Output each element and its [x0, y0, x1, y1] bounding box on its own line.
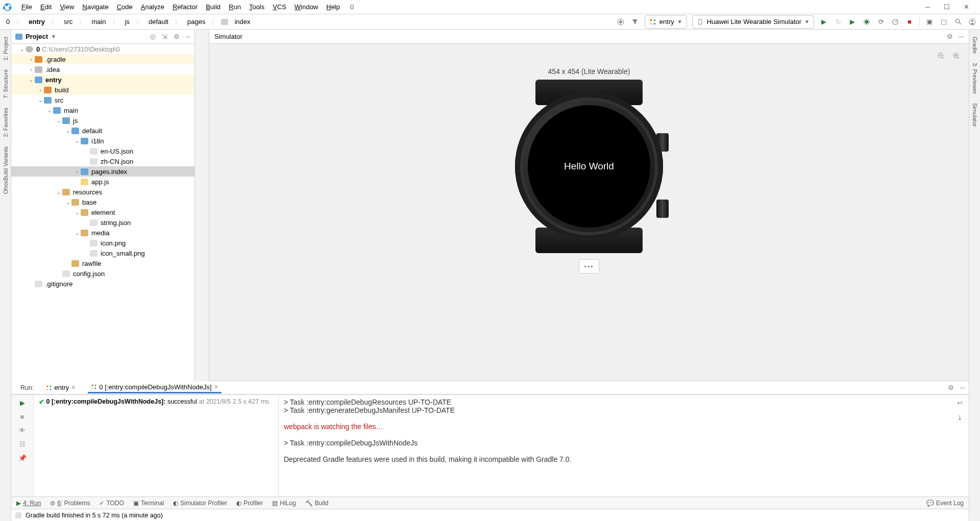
tree-node[interactable]: ⌄main: [11, 105, 194, 115]
tree-node[interactable]: ›.idea: [11, 64, 194, 75]
tree-node[interactable]: ⌄default: [11, 126, 194, 136]
gutter-tab-ohosbuild-variants[interactable]: OhosBuild Variants: [3, 143, 9, 197]
menu-run[interactable]: Run: [225, 1, 245, 13]
menu-code[interactable]: Code: [113, 1, 137, 13]
menu-edit[interactable]: Edit: [36, 1, 56, 13]
collapse-icon[interactable]: ⇲: [162, 33, 167, 40]
expand-icon[interactable]: ⌄: [46, 108, 53, 113]
gutter-tab-2-favorites[interactable]: 2: Favorites: [3, 105, 9, 140]
tool-tab-4-run[interactable]: ▶4: Run: [16, 500, 41, 507]
breadcrumb-seg[interactable]: js: [122, 17, 133, 27]
breadcrumb-seg[interactable]: 0: [3, 17, 13, 27]
profile-icon[interactable]: [891, 17, 900, 27]
tree-node[interactable]: app.js: [11, 177, 194, 187]
project-tree[interactable]: ⌄0 C:\Users\27310\Desktop\0›.gradle›.ide…: [11, 44, 194, 381]
menu-tools[interactable]: Tools: [245, 1, 268, 13]
pin-icon[interactable]: 📌: [18, 454, 27, 462]
tree-node[interactable]: ⌄resources: [11, 187, 194, 197]
project-view-icon[interactable]: [15, 34, 22, 40]
run-console[interactable]: > Task :entry:compileDebugResources UP-T…: [279, 395, 950, 497]
soft-wrap-icon[interactable]: ↩: [957, 399, 963, 407]
close-tab-icon[interactable]: ✕: [214, 384, 218, 390]
tree-node[interactable]: zh-CN.json: [11, 156, 194, 166]
breadcrumb-seg[interactable]: src: [61, 17, 76, 27]
module-dropdown[interactable]: entry ▼: [645, 15, 687, 29]
tree-node[interactable]: ⌄i18n: [11, 136, 194, 146]
tool-tab-profiler[interactable]: ◐Profiler: [236, 500, 263, 507]
device-dropdown[interactable]: Huawei Lite Wearable Simulator ▼: [692, 15, 814, 29]
stop-icon[interactable]: ■: [20, 413, 24, 420]
run-tab[interactable]: 0 [:entry:compileDebugJsWithNodeJs]✕: [88, 382, 221, 393]
hide-icon[interactable]: ─: [959, 33, 964, 40]
expand-icon[interactable]: ⌄: [74, 230, 81, 236]
menu-refactor[interactable]: Refactor: [168, 1, 202, 13]
project-panel-title[interactable]: Project: [26, 33, 48, 40]
expand-icon[interactable]: ⌄: [55, 189, 62, 195]
gutter-tab-7-structure[interactable]: 7: Structure: [3, 66, 9, 102]
breadcrumb-seg[interactable]: pages: [184, 17, 208, 27]
tool-tab-6-problems[interactable]: ⊘6: Problems: [50, 500, 90, 507]
expand-icon[interactable]: ⌄: [28, 77, 35, 83]
debug-run-icon[interactable]: ▶: [848, 17, 857, 27]
tree-node[interactable]: ›build: [11, 85, 194, 95]
menu-vcs[interactable]: VCS: [268, 1, 290, 13]
menu-file[interactable]: File: [17, 1, 36, 13]
menu-view[interactable]: View: [56, 1, 78, 13]
run-task-list[interactable]: ✔ 0 [:entry:compileDebugJsWithNodeJs]: s…: [34, 395, 279, 497]
menu-navigate[interactable]: Navigate: [78, 1, 112, 13]
rerun-icon[interactable]: ↻: [834, 17, 843, 27]
tool-tab-build[interactable]: 🔨Build: [305, 500, 329, 507]
tree-node[interactable]: ⌄0 C:\Users\27310\Desktop\0: [11, 44, 194, 54]
tree-node[interactable]: config.json: [11, 268, 194, 279]
gutter-tab-gradle[interactable]: Gradle: [972, 34, 978, 57]
tree-node[interactable]: icon_small.png: [11, 248, 194, 258]
expand-icon[interactable]: ⌄: [64, 200, 71, 205]
expand-icon[interactable]: ⌄: [18, 46, 26, 52]
breadcrumb-seg[interactable]: main: [88, 17, 109, 27]
gutter-tab-simulator[interactable]: Simulator: [972, 100, 978, 130]
avd-icon[interactable]: ▣: [925, 17, 934, 27]
tree-node[interactable]: ⌄base: [11, 197, 194, 207]
tree-node[interactable]: ⌄entry: [11, 75, 194, 85]
collapse-icon[interactable]: ›: [28, 57, 35, 62]
breadcrumb-seg[interactable]: default: [145, 17, 172, 27]
expand-icon[interactable]: ⌄: [74, 210, 81, 215]
collapse-icon[interactable]: ›: [37, 87, 44, 93]
tree-node[interactable]: ›pages.index: [11, 166, 194, 177]
breadcrumb-seg[interactable]: index: [231, 17, 253, 27]
run-icon[interactable]: ▶: [819, 17, 828, 27]
view-icon[interactable]: 👁: [19, 427, 26, 434]
stop-icon[interactable]: ■: [905, 17, 914, 27]
expand-icon[interactable]: ⌄: [55, 118, 62, 123]
tool-tab-todo[interactable]: ✓TODO: [99, 500, 124, 507]
breadcrumb-seg[interactable]: entry: [26, 17, 48, 27]
expand-icon[interactable]: ⌄: [64, 128, 71, 134]
rerun-icon[interactable]: ▶: [20, 399, 25, 407]
search-icon[interactable]: [953, 17, 963, 27]
hide-icon[interactable]: ─: [960, 384, 965, 391]
status-icon[interactable]: [15, 512, 21, 518]
gear-icon[interactable]: ⚙: [948, 384, 954, 391]
tool-tab-hilog[interactable]: ▤HiLog: [272, 500, 296, 507]
gear-icon[interactable]: ⚙: [947, 33, 953, 40]
account-icon[interactable]: [968, 17, 977, 27]
close-tab-icon[interactable]: ✕: [71, 384, 76, 391]
menu-window[interactable]: Window: [290, 1, 322, 13]
scroll-end-icon[interactable]: ⤓: [957, 414, 963, 421]
tree-node[interactable]: en-US.json: [11, 146, 194, 156]
maximize-icon[interactable]: ☐: [943, 4, 950, 11]
run-tab[interactable]: entry✕: [43, 382, 79, 393]
tree-node[interactable]: ⌄js: [11, 115, 194, 126]
menu-analyze[interactable]: Analyze: [137, 1, 168, 13]
close-icon[interactable]: ✕: [963, 4, 970, 11]
filter-icon[interactable]: [630, 17, 640, 27]
hide-icon[interactable]: ─: [186, 33, 190, 40]
tool-tab-simulator-profiler[interactable]: ◐Simulator Profiler: [173, 500, 227, 507]
zoom-in-icon[interactable]: [952, 52, 961, 60]
breadcrumb[interactable]: 0〉entry〉src〉main〉js〉default〉pages〉index: [3, 17, 254, 27]
coverage-icon[interactable]: ⟳: [876, 17, 886, 27]
tree-node[interactable]: .gitignore: [11, 279, 194, 289]
gutter-tab-1-project[interactable]: 1: Project: [3, 34, 9, 63]
compass-icon[interactable]: [616, 17, 625, 27]
gear-icon[interactable]: ⚙: [174, 33, 180, 40]
